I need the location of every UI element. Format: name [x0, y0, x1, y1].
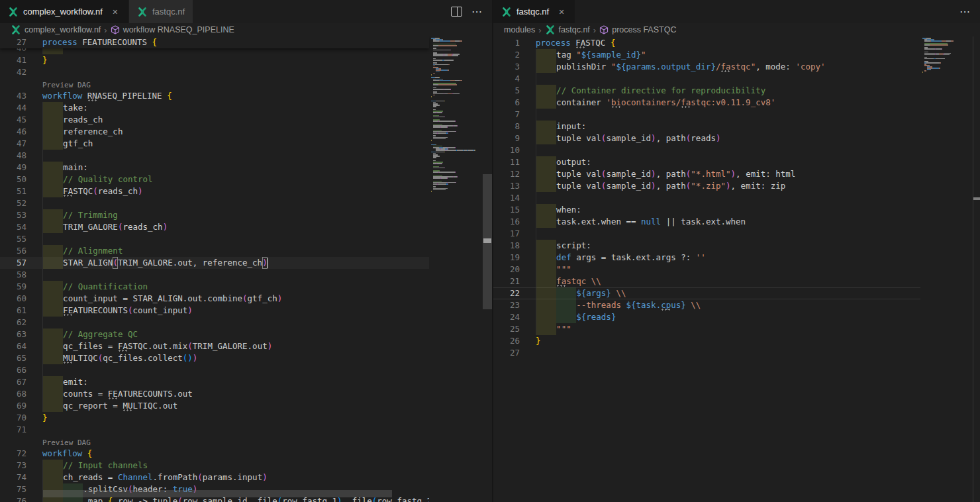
code-line[interactable]: 52 — [0, 197, 429, 209]
line-number[interactable]: 76 — [0, 495, 42, 502]
line-number[interactable]: 42 — [0, 66, 42, 78]
line-number[interactable]: 25 — [493, 323, 536, 335]
code-line[interactable]: 6 container 'biocontainers/fastqc:v0.11.… — [493, 97, 920, 109]
code-line[interactable]: 64 qc_files = FASTQC.out.mix(TRIM_GALORE… — [0, 340, 429, 352]
code-line[interactable]: 20 """ — [493, 264, 920, 276]
code-line[interactable]: 57 STAR_ALIGN(TRIM_GALORE.out, reference… — [0, 257, 429, 269]
line-number[interactable]: 16 — [493, 216, 536, 228]
line-number[interactable]: 2 — [493, 49, 536, 61]
code-line[interactable]: 12 tuple val(sample_id), path("*.html"),… — [493, 168, 920, 180]
line-number[interactable]: 41 — [0, 54, 42, 66]
code-line[interactable]: 43workflow RNASEQ_PIPELINE { — [0, 90, 429, 102]
code-line[interactable]: 16 task.ext.when == null || task.ext.whe… — [493, 216, 920, 228]
line-number[interactable]: 23 — [493, 299, 536, 311]
breadcrumb-symbol[interactable]: workflow RNASEQ_PIPELINE — [111, 25, 234, 34]
line-number[interactable]: 15 — [493, 204, 536, 216]
code-line[interactable]: 7 — [493, 109, 920, 121]
line-number[interactable]: 56 — [0, 245, 42, 257]
more-actions-icon[interactable]: ⋯ — [959, 5, 971, 18]
line-number[interactable]: 59 — [0, 281, 42, 293]
line-number[interactable]: 26 — [493, 335, 536, 347]
code-line[interactable]: 27 — [493, 347, 920, 359]
line-number[interactable]: 50 — [0, 174, 42, 185]
line-number[interactable]: 67 — [0, 376, 42, 388]
code-line[interactable]: 47 gtf_ch — [0, 138, 429, 150]
code-line[interactable]: 15 when: — [493, 204, 920, 216]
line-number[interactable]: 20 — [493, 264, 536, 276]
line-number[interactable]: 58 — [0, 269, 42, 281]
codelens-preview-dag[interactable]: Preview DAG — [42, 438, 91, 448]
code-line[interactable]: 22 ${args} \\ — [493, 287, 920, 299]
line-number[interactable]: 27 — [493, 347, 536, 359]
code-area-left[interactable]: 40 """41}42Preview DAG43workflow RNASEQ_… — [0, 36, 429, 502]
editor-left[interactable]: 40 """41}42Preview DAG43workflow RNASEQ_… — [0, 36, 492, 502]
code-line[interactable]: 71 — [0, 424, 429, 436]
line-number[interactable]: 48 — [0, 150, 42, 162]
code-line[interactable]: 23 --threads ${task.cpus} \\ — [493, 299, 920, 311]
code-line[interactable]: 19 def args = task.ext.args ?: '' — [493, 252, 920, 264]
code-line[interactable]: 45 reads_ch — [0, 114, 429, 126]
line-number[interactable]: 60 — [0, 293, 42, 305]
line-number[interactable]: 49 — [0, 162, 42, 174]
split-editor-icon[interactable] — [451, 7, 462, 17]
code-line[interactable]: 17 — [493, 228, 920, 240]
code-line[interactable]: 13 tuple val(sample_id), path("*.zip"), … — [493, 180, 920, 192]
line-number[interactable]: 43 — [0, 90, 42, 102]
line-number[interactable]: 51 — [0, 185, 42, 197]
code-line[interactable]: 4 — [493, 73, 920, 85]
code-line[interactable]: 41} — [0, 54, 429, 66]
code-line[interactable]: 66 — [0, 364, 429, 376]
code-line[interactable]: 11 output: — [493, 156, 920, 168]
line-number[interactable]: 47 — [0, 138, 42, 150]
code-line[interactable]: 21 fastqc \\ — [493, 276, 920, 287]
line-number[interactable]: 4 — [493, 73, 536, 85]
line-number[interactable]: 5 — [493, 85, 536, 97]
editor-right[interactable]: 1process FASTQC {2 tag "${sample_id}"3 p… — [493, 36, 980, 502]
close-icon[interactable]: ✕ — [110, 7, 121, 17]
code-line[interactable]: 26} — [493, 335, 920, 347]
code-line[interactable]: 14 — [493, 192, 920, 204]
line-number[interactable]: 66 — [0, 364, 42, 376]
tab-fastqc-left[interactable]: fastqc.nf — [129, 0, 193, 23]
code-line[interactable]: 42 — [0, 66, 429, 78]
line-number[interactable]: 7 — [493, 109, 536, 121]
line-number[interactable]: 64 — [0, 340, 42, 352]
code-line[interactable]: 24 ${reads} — [493, 311, 920, 323]
line-number[interactable]: 3 — [493, 61, 536, 73]
line-number[interactable]: 11 — [493, 156, 536, 168]
code-line[interactable]: 61 FEATURECOUNTS(count_input) — [0, 305, 429, 317]
code-line[interactable]: 3 publishDir "${params.output_dir}/fastq… — [493, 61, 920, 73]
line-number[interactable]: 68 — [0, 388, 42, 400]
code-line[interactable]: 8 input: — [493, 121, 920, 132]
line-number[interactable]: 10 — [493, 144, 536, 156]
line-number[interactable]: 52 — [0, 197, 42, 209]
code-line[interactable]: 48 — [0, 150, 429, 162]
line-number[interactable]: 63 — [0, 328, 42, 340]
code-line[interactable]: 62 — [0, 317, 429, 328]
line-number[interactable]: 65 — [0, 352, 42, 364]
line-number[interactable]: 54 — [0, 221, 42, 233]
breadcrumb-folder[interactable]: modules — [504, 25, 535, 34]
line-number[interactable]: 44 — [0, 102, 42, 114]
code-line[interactable]: 5 // Container directive for reproducibi… — [493, 85, 920, 97]
code-line[interactable]: 68 counts = FEATURECOUNTS.out — [0, 388, 429, 400]
close-icon[interactable]: ✕ — [556, 7, 567, 17]
code-line[interactable]: 18 script: — [493, 240, 920, 252]
code-area-right[interactable]: 1process FASTQC {2 tag "${sample_id}"3 p… — [493, 36, 920, 502]
code-line[interactable]: 73 // Input channels — [0, 460, 429, 472]
line-number[interactable]: 45 — [0, 114, 42, 126]
code-line[interactable]: 56 // Alignment — [0, 245, 429, 257]
code-line[interactable]: 1process FASTQC { — [493, 37, 920, 49]
line-number[interactable]: 69 — [0, 400, 42, 412]
line-number[interactable]: 9 — [493, 132, 536, 144]
line-number[interactable]: 19 — [493, 252, 536, 264]
code-line[interactable]: 9 tuple val(sample_id), path(reads) — [493, 132, 920, 144]
line-number[interactable]: 73 — [0, 460, 42, 472]
code-line[interactable]: 51 FASTQC(reads_ch) — [0, 185, 429, 197]
tab-complex-workflow[interactable]: complex_workflow.nf ✕ — [0, 0, 128, 23]
code-line[interactable]: 2 tag "${sample_id}" — [493, 49, 920, 61]
line-number[interactable]: 75 — [0, 483, 42, 495]
line-number[interactable]: 55 — [0, 233, 42, 245]
horizontal-scrollbar-thumb[interactable] — [43, 490, 392, 497]
line-number[interactable]: 57 — [0, 257, 42, 269]
